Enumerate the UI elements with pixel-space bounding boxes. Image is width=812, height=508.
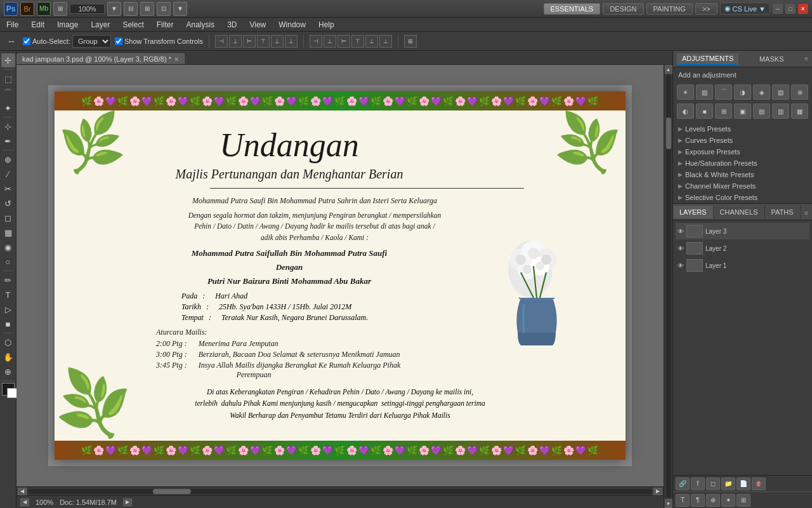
menu-layer[interactable]: Layer <box>84 19 116 30</box>
status-arrow-left[interactable]: ◀ <box>20 498 29 506</box>
magic-wand-tool[interactable]: ✦ <box>1 101 15 115</box>
link-layers-icon[interactable]: 🔗 <box>676 478 690 490</box>
layer-mask-icon[interactable]: ◻ <box>706 478 720 490</box>
auto-select-checkbox[interactable] <box>23 37 30 45</box>
gradient-tool[interactable]: ▦ <box>1 225 15 239</box>
distribute-left-icon[interactable]: ⊣ <box>310 35 322 48</box>
move-tool[interactable]: ✛ <box>1 53 15 67</box>
tool-extra-icon[interactable]: ⊞ <box>737 494 750 507</box>
adj-brightness-icon[interactable]: ☀ <box>677 84 694 100</box>
menu-view[interactable]: View <box>243 19 272 30</box>
adj-threshold-icon[interactable]: ▥ <box>772 104 789 119</box>
path-tool[interactable]: ▷ <box>1 302 15 316</box>
scroll-down-arrow[interactable]: ▼ <box>665 499 672 508</box>
new-layer-icon[interactable]: 📄 <box>737 478 750 490</box>
adj-vibrance-icon[interactable]: ◈ <box>753 84 770 100</box>
menu-analysis[interactable]: Analysis <box>180 19 221 30</box>
v-scroll-track[interactable] <box>666 75 671 498</box>
move-tool-options-icon[interactable]: ↔ <box>4 34 19 49</box>
menu-3d[interactable]: 3D <box>221 19 243 30</box>
h-scroll-track[interactable] <box>28 489 652 494</box>
distribute-center-v-icon[interactable]: ⊥ <box>365 35 378 48</box>
shape-tool[interactable]: ■ <box>1 317 15 331</box>
preset-channelmix[interactable]: ▶ Channel Mixer Presets <box>673 180 812 192</box>
text-tool-icon[interactable]: T <box>676 494 690 507</box>
more-workspaces-btn[interactable]: >> <box>695 3 717 15</box>
adjustments-tool-icon[interactable]: ⊕ <box>706 494 720 507</box>
tab-paths[interactable]: PATHS <box>765 206 801 218</box>
align-bottom-icon[interactable]: ⊥ <box>285 35 298 48</box>
tab-masks[interactable]: MASKS <box>754 54 789 64</box>
eraser-tool[interactable]: ◻ <box>1 211 15 225</box>
arrange-icon[interactable]: ⊞ <box>53 2 67 16</box>
status-arrow-right[interactable]: ▶ <box>123 498 132 506</box>
menu-select[interactable]: Select <box>116 19 150 30</box>
document-canvas[interactable]: 🌿🌸💜🌿🌸💜🌿🌸💜🌿🌸💜🌿🌸💜🌿🌸💜🌿🌸💜🌿🌸💜🌿🌸💜🌿🌸💜🌿🌸💜🌿🌸💜🌿🌸💜🌿… <box>55 91 625 460</box>
adj-photo-icon[interactable]: ■ <box>696 104 713 119</box>
document-tab[interactable]: kad jamputan 3.psd @ 100% (Layer 3, RGB/… <box>16 53 185 64</box>
preset-curves[interactable]: ▶ Curves Presets <box>673 135 812 146</box>
v-scroll-thumb[interactable] <box>666 117 671 149</box>
adj-levels-icon[interactable]: ▨ <box>696 84 713 100</box>
painting-btn[interactable]: PAINTING <box>646 3 693 15</box>
blur-tool[interactable]: ◉ <box>1 240 15 254</box>
tools-icon[interactable]: ✦ <box>721 494 735 507</box>
layer-visibility-2[interactable]: 👁 <box>678 245 684 252</box>
clone-tool[interactable]: ✂ <box>1 182 15 196</box>
preset-bw[interactable]: ▶ Black & White Presets <box>673 169 812 180</box>
distribute-right-icon[interactable]: ⊢ <box>337 35 350 48</box>
lasso-tool[interactable]: ⌒ <box>1 86 15 100</box>
br-icon[interactable]: Br <box>20 2 34 16</box>
adj-curves-icon[interactable]: ⌒ <box>715 84 732 100</box>
tab-channels[interactable]: CHANNELS <box>714 206 765 218</box>
scroll-left-arrow[interactable]: ◀ <box>18 488 27 495</box>
paragraph-icon[interactable]: ¶ <box>691 494 705 507</box>
new-group-icon[interactable]: 📁 <box>721 478 735 490</box>
h-scroll-thumb[interactable] <box>153 489 191 494</box>
adj-gradient-icon[interactable]: ▦ <box>791 104 808 119</box>
adj-colorbalance-icon[interactable]: ⊕ <box>791 84 808 100</box>
menu-file[interactable]: File <box>0 19 25 30</box>
auto-select-dropdown[interactable]: Group Layer <box>72 35 111 48</box>
align-left-icon[interactable]: ⊣ <box>215 35 228 48</box>
preset-hue[interactable]: ▶ Hue/Saturation Presets <box>673 157 812 169</box>
view-options-icon[interactable]: ⊟ <box>124 2 138 16</box>
eyedropper-tool[interactable]: ✒ <box>1 134 15 148</box>
tab-layers[interactable]: LAYERS <box>673 206 714 218</box>
align-top-icon[interactable]: ⊤ <box>257 35 270 48</box>
delete-layer-icon[interactable]: 🗑 <box>752 478 766 490</box>
distribute-center-h-icon[interactable]: ⊥ <box>324 35 336 48</box>
layer-item-3[interactable]: 👁 Layer 1 <box>676 257 809 274</box>
view-options2-icon[interactable]: ⊞ <box>140 2 154 16</box>
scroll-right-arrow[interactable]: ▶ <box>653 488 662 495</box>
show-transform-checkbox[interactable] <box>115 37 122 45</box>
dodge-tool[interactable]: ○ <box>1 255 15 269</box>
layer-visibility-1[interactable]: 👁 <box>678 228 684 235</box>
essentials-btn[interactable]: ESSENTIALS <box>544 3 601 15</box>
adj-bw-icon[interactable]: ◐ <box>677 104 694 119</box>
align-center-v-icon[interactable]: ⊥ <box>271 35 284 48</box>
mb-icon[interactable]: Mb <box>37 2 51 16</box>
distribute-top-icon[interactable]: ⊤ <box>351 35 364 48</box>
brush-options-icon[interactable]: ⊡ <box>157 2 171 16</box>
adj-posterize-icon[interactable]: ▤ <box>753 104 770 119</box>
healing-tool[interactable]: ⊕ <box>1 152 15 166</box>
adj-channelmix-icon[interactable]: ⊞ <box>715 104 732 119</box>
menu-image[interactable]: Image <box>51 19 84 30</box>
auto-align-icon[interactable]: ⊞ <box>404 35 417 48</box>
layer-item-2[interactable]: 👁 Layer 2 <box>676 240 809 257</box>
align-center-h-icon[interactable]: ⊥ <box>229 35 242 48</box>
pen-tool[interactable]: ✏ <box>1 273 15 287</box>
window-minimize-btn[interactable]: ─ <box>773 4 783 14</box>
crop-tool[interactable]: ⊹ <box>1 119 15 133</box>
distribute-bottom-icon[interactable]: ⊥ <box>379 35 392 48</box>
menu-help[interactable]: Help <box>312 19 341 30</box>
adj-hue-icon[interactable]: ▧ <box>772 84 789 100</box>
menu-edit[interactable]: Edit <box>25 19 51 30</box>
zoom-display[interactable]: 100% <box>70 4 105 14</box>
layers-panel-expand[interactable]: ≡ <box>804 206 812 218</box>
brush-tool[interactable]: ∕ <box>1 167 15 181</box>
ps-icon[interactable]: Ps <box>4 2 18 16</box>
preset-levels[interactable]: ▶ Levels Presets <box>673 123 812 135</box>
zoom-dropdown-icon[interactable]: ▼ <box>107 2 121 16</box>
